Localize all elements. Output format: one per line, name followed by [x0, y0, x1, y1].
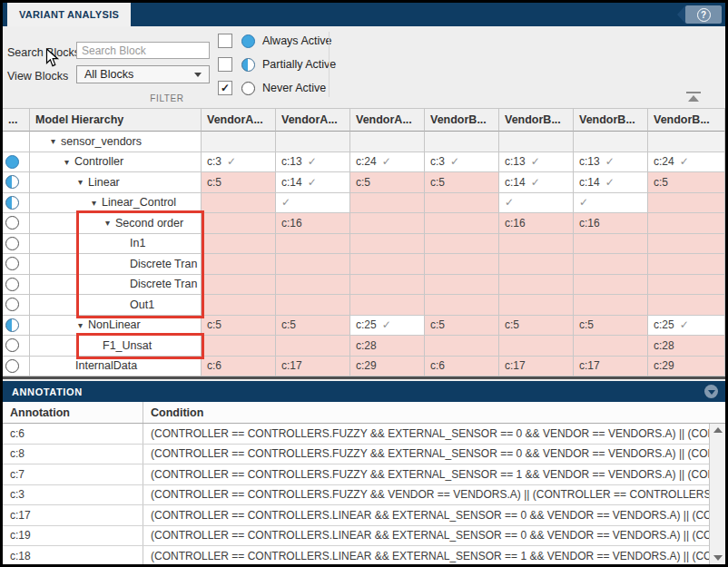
condition-cell[interactable]: c:5: [499, 316, 574, 337]
condition-cell[interactable]: c:16: [499, 213, 574, 234]
condition-cell[interactable]: [276, 132, 350, 152]
hierarchy-cell[interactable]: InternalData: [30, 357, 202, 377]
hierarchy-cell[interactable]: ▾Linear_Control: [30, 193, 202, 214]
condition-cell[interactable]: [202, 336, 276, 357]
hierarchy-cell[interactable]: In1: [30, 234, 202, 255]
condition-cell[interactable]: [276, 336, 350, 357]
condition-cell[interactable]: c:5: [574, 316, 648, 337]
condition-cell[interactable]: c:25✓: [648, 316, 725, 337]
condition-cell[interactable]: c:5: [202, 172, 276, 193]
condition-cell[interactable]: [350, 275, 425, 296]
condition-cell[interactable]: c:28: [648, 336, 725, 357]
condition-cell[interactable]: [350, 254, 425, 275]
expander-icon[interactable]: ▾: [92, 198, 96, 208]
hierarchy-cell[interactable]: ▾NonLinear: [30, 316, 202, 337]
condition-cell[interactable]: c:5: [648, 172, 725, 193]
condition-cell[interactable]: [425, 213, 499, 234]
hierarchy-cell[interactable]: Out1: [30, 295, 202, 316]
column-header-vendor[interactable]: VendorB...: [425, 108, 499, 132]
column-header-model-hierarchy[interactable]: Model Hierarchy: [30, 108, 202, 132]
column-header-vendor[interactable]: VendorA...: [276, 108, 350, 132]
condition-cell[interactable]: [574, 254, 648, 275]
annotation-scrollbar[interactable]: [709, 424, 725, 564]
column-header-vendor[interactable]: VendorA...: [350, 108, 425, 132]
condition-cell[interactable]: [276, 295, 350, 316]
condition-cell[interactable]: [350, 234, 425, 255]
expander-icon[interactable]: ▾: [105, 218, 110, 228]
expander-icon[interactable]: ▾: [78, 177, 83, 187]
column-header-vendor[interactable]: VendorB...: [574, 108, 648, 132]
annotation-row[interactable]: c:17(CONTROLLER == CONTROLLERS.LINEAR &&…: [3, 505, 725, 526]
filter-checkbox[interactable]: [218, 34, 232, 48]
condition-cell[interactable]: c:6: [202, 357, 276, 377]
annotation-row[interactable]: c:19(CONTROLLER == CONTROLLERS.LINEAR &&…: [3, 526, 725, 547]
condition-cell[interactable]: c:17: [276, 357, 350, 377]
condition-cell[interactable]: c:3✓: [202, 152, 276, 173]
condition-cell[interactable]: c:16: [574, 213, 648, 234]
condition-cell[interactable]: [499, 275, 574, 296]
hierarchy-cell[interactable]: ▾sensor_vendors: [30, 132, 202, 152]
condition-cell[interactable]: [648, 132, 725, 152]
condition-cell[interactable]: c:5: [202, 316, 276, 337]
condition-cell[interactable]: c:5: [425, 316, 499, 337]
condition-cell[interactable]: c:6: [425, 357, 499, 377]
condition-cell[interactable]: [425, 132, 499, 152]
condition-cell[interactable]: ✓: [574, 193, 648, 214]
annotation-row[interactable]: c:6(CONTROLLER == CONTROLLERS.FUZZY && E…: [3, 424, 725, 445]
annotation-row[interactable]: c:8(CONTROLLER == CONTROLLERS.FUZZY && E…: [3, 445, 725, 465]
collapse-filter-button[interactable]: [686, 92, 701, 102]
condition-cell[interactable]: [574, 234, 648, 255]
condition-cell[interactable]: ✓: [499, 193, 574, 214]
annotation-row[interactable]: c:7(CONTROLLER == CONTROLLERS.FUZZY && E…: [3, 464, 725, 485]
condition-cell[interactable]: [499, 295, 574, 316]
condition-cell[interactable]: [425, 193, 499, 214]
condition-cell[interactable]: c:5: [350, 172, 425, 193]
scroll-down-icon[interactable]: [713, 555, 723, 561]
column-header-vendor[interactable]: VendorA...: [202, 108, 276, 132]
condition-cell[interactable]: [648, 275, 725, 296]
condition-cell[interactable]: c:17: [499, 357, 574, 377]
column-header-status[interactable]: ...: [3, 108, 30, 132]
condition-cell[interactable]: c:28: [350, 336, 425, 357]
condition-cell[interactable]: [202, 275, 276, 296]
condition-cell[interactable]: [350, 295, 425, 316]
condition-cell[interactable]: c:24✓: [648, 152, 725, 173]
hierarchy-cell[interactable]: ▾Controller: [30, 152, 202, 173]
column-header-vendor[interactable]: VendorB...: [648, 108, 725, 132]
condition-cell[interactable]: [499, 132, 574, 152]
condition-cell[interactable]: c:29: [648, 357, 725, 377]
condition-cell[interactable]: [276, 234, 350, 255]
condition-cell[interactable]: c:17: [574, 357, 648, 377]
condition-cell[interactable]: [574, 336, 648, 357]
condition-cell[interactable]: [499, 336, 574, 357]
condition-cell[interactable]: [499, 254, 574, 275]
filter-checkbox[interactable]: [218, 57, 232, 72]
condition-cell[interactable]: [648, 295, 725, 316]
condition-cell[interactable]: c:14✓: [574, 172, 648, 193]
annotation-row[interactable]: c:18(CONTROLLER == CONTROLLERS.LINEAR &&…: [3, 546, 725, 564]
condition-cell[interactable]: [202, 295, 276, 316]
condition-cell[interactable]: c:24✓: [350, 152, 425, 173]
condition-cell[interactable]: [276, 275, 350, 296]
expander-icon[interactable]: ▾: [78, 320, 83, 330]
condition-cell[interactable]: [202, 213, 276, 234]
column-header-annotation[interactable]: Annotation: [3, 402, 143, 423]
column-header-condition[interactable]: Condition: [143, 402, 725, 423]
condition-cell[interactable]: [202, 193, 276, 214]
condition-cell[interactable]: [350, 193, 425, 214]
scroll-up-icon[interactable]: [713, 427, 723, 433]
annotation-row[interactable]: c:3(CONTROLLER == CONTROLLERS.FUZZY && V…: [3, 485, 725, 506]
hierarchy-cell[interactable]: F1_Unsat: [30, 336, 202, 357]
condition-cell[interactable]: c:29: [350, 357, 425, 377]
expander-icon[interactable]: ▾: [64, 157, 69, 167]
condition-cell[interactable]: [350, 132, 425, 152]
condition-cell[interactable]: c:13✓: [574, 152, 648, 173]
condition-cell[interactable]: c:5: [425, 172, 499, 193]
condition-cell[interactable]: c:5: [276, 316, 350, 337]
condition-cell[interactable]: [499, 234, 574, 255]
condition-cell[interactable]: [350, 213, 425, 234]
condition-cell[interactable]: [202, 254, 276, 275]
condition-cell[interactable]: c:13✓: [276, 152, 350, 173]
hierarchy-cell[interactable]: ▾Second order: [30, 213, 202, 234]
condition-cell[interactable]: [648, 193, 725, 214]
